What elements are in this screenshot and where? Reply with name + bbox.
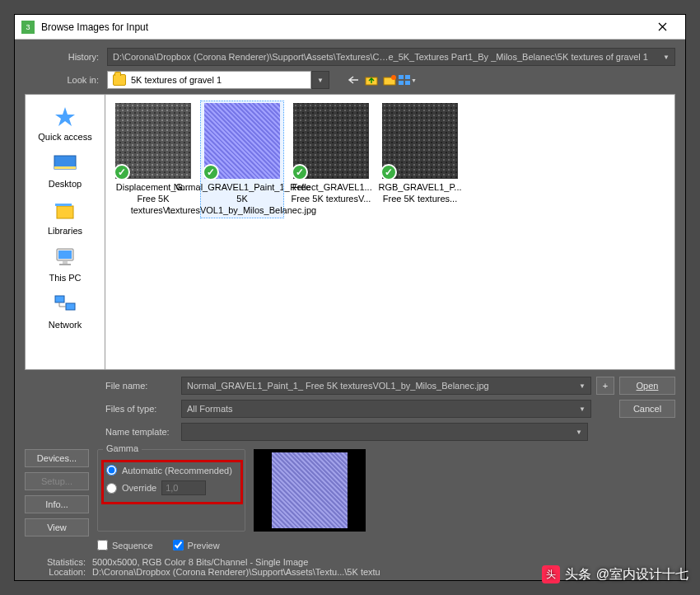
chevron-down-icon: ▼	[411, 77, 417, 83]
history-combo[interactable]: D:\Corona\Dropbox (Corona Renderer)\Supp…	[107, 48, 675, 66]
sidebar-label: This PC	[49, 273, 81, 283]
thumb-image: ✓	[382, 103, 458, 179]
svg-rect-10	[55, 204, 72, 206]
sidebar-item-quick-access[interactable]: Quick access	[28, 101, 102, 143]
watermark: 头 头条 @室内设计十七	[542, 565, 688, 583]
folder-up-icon	[365, 74, 378, 86]
svg-rect-12	[58, 251, 72, 259]
app-icon: 3	[21, 21, 35, 34]
filetype-combo[interactable]: All Formats▼	[181, 400, 591, 418]
location-label: Location:	[25, 567, 92, 577]
file-thumb-rgb[interactable]: ✓ RGB_GRAVEL1_P... Free 5K textures...	[379, 101, 461, 207]
nametpl-label: Name template:	[105, 427, 181, 437]
watermark-prefix: 头条	[565, 566, 591, 583]
svg-rect-5	[399, 81, 404, 85]
lookin-label: Look in:	[25, 75, 107, 85]
desktop-icon	[53, 154, 77, 172]
file-caption: RGB_GRAVEL1_P... Free 5K textures...	[378, 182, 461, 205]
network-icon	[53, 293, 77, 315]
thumb-image: ✓	[293, 103, 369, 179]
svg-rect-4	[405, 75, 410, 79]
svg-rect-16	[66, 303, 75, 310]
sidebar-label: Libraries	[48, 226, 82, 236]
places-sidebar: Quick access Desktop Libraries This PC N…	[25, 94, 105, 370]
lookin-dropdown-button[interactable]: ▼	[311, 71, 329, 89]
sidebar-item-this-pc[interactable]: This PC	[28, 242, 102, 284]
plus-button[interactable]: +	[596, 377, 614, 395]
setup-button[interactable]: Setup...	[25, 472, 89, 490]
close-button[interactable]	[646, 15, 679, 40]
history-label: History:	[25, 52, 107, 62]
watermark-user: @室内设计十七	[596, 566, 688, 583]
svg-rect-15	[55, 296, 64, 302]
check-badge-icon: ✓	[292, 164, 308, 180]
titlebar: 3 Browse Images for Input	[15, 15, 685, 40]
preview-pane	[254, 449, 366, 532]
filename-combo[interactable]: Normal_GRAVEL1_Paint_1_ Free 5K textures…	[181, 377, 591, 395]
filetype-label: Files of type:	[105, 404, 181, 414]
highlight-box	[101, 460, 243, 504]
gamma-legend: Gamma	[103, 443, 142, 453]
cancel-button[interactable]: Cancel	[619, 400, 675, 418]
folder-new-icon	[383, 74, 396, 86]
nav-back-button[interactable]	[344, 71, 362, 89]
nav-view-button[interactable]: ▼	[399, 71, 417, 89]
svg-rect-8	[54, 166, 76, 169]
thumb-image: ✓	[204, 103, 280, 179]
stats-value: 5000x5000, RGB Color 8 Bits/Channel - Si…	[92, 557, 308, 567]
sidebar-label: Desktop	[49, 179, 82, 189]
file-thumb-reflect[interactable]: ✓ Reflect_GRAVEL1... Free 5K texturesV..…	[290, 101, 372, 207]
file-caption: Reflect_GRAVEL1... Free 5K texturesV...	[290, 182, 371, 205]
chevron-down-icon: ▼	[579, 382, 586, 390]
svg-rect-6	[405, 81, 410, 85]
chevron-down-icon: ▼	[576, 429, 582, 436]
thumb-image: ✓	[115, 103, 191, 179]
sidebar-item-libraries[interactable]: Libraries	[28, 195, 102, 237]
filename-value: Normal_GRAVEL1_Paint_1_ Free 5K textures…	[187, 381, 489, 391]
check-badge-icon: ✓	[114, 164, 130, 180]
sidebar-item-desktop[interactable]: Desktop	[28, 148, 102, 190]
gamma-group: Gamma Automatic (Recommended) Override 1…	[97, 449, 245, 532]
open-button[interactable]: Open	[619, 377, 675, 395]
filename-label: File name:	[105, 381, 181, 391]
file-thumb-normal[interactable]: ✓ Normal_GRAVEL1_Paint_1_ Free 5K textur…	[201, 101, 283, 218]
window-title: Browse Images for Input	[41, 21, 646, 33]
svg-rect-14	[59, 264, 71, 265]
watermark-icon: 头	[542, 565, 560, 583]
view-grid-icon	[399, 75, 410, 85]
lookin-combo[interactable]: 5K textures of gravel 1	[107, 71, 311, 89]
svg-rect-3	[399, 75, 404, 79]
sidebar-label: Network	[49, 320, 82, 330]
stats-label: Statistics:	[25, 557, 92, 567]
check-badge-icon: ✓	[380, 164, 397, 180]
sequence-checkbox[interactable]: Sequence	[97, 540, 153, 550]
nav-newfolder-button[interactable]	[380, 71, 399, 89]
nav-up-button[interactable]	[362, 71, 380, 89]
quick-access-icon	[53, 105, 77, 127]
file-pane: ✓ Displacement_G... Free 5K texturesV...…	[105, 94, 675, 370]
view-button[interactable]: View	[25, 518, 89, 536]
nametpl-combo[interactable]: ▼	[181, 423, 588, 441]
folder-icon	[113, 74, 126, 86]
svg-rect-13	[63, 261, 68, 264]
chevron-down-icon: ▼	[579, 405, 586, 413]
dialog: 3 Browse Images for Input History: D:\Co…	[14, 14, 686, 581]
libraries-icon	[54, 199, 77, 221]
preview-image	[272, 452, 348, 528]
info-button[interactable]: Info...	[25, 495, 89, 513]
sidebar-item-network[interactable]: Network	[28, 289, 102, 331]
sidebar-label: Quick access	[38, 132, 91, 142]
filetype-value: All Formats	[187, 404, 233, 414]
chevron-down-icon: ▼	[663, 54, 670, 61]
close-icon	[658, 22, 667, 31]
location-value: D:\Corona\Dropbox (Corona Renderer)\Supp…	[92, 567, 380, 577]
svg-rect-9	[57, 206, 73, 218]
lookin-value: 5K textures of gravel 1	[131, 75, 222, 85]
check-badge-icon: ✓	[203, 164, 219, 180]
devices-button[interactable]: Devices...	[25, 449, 89, 467]
arrow-left-icon	[348, 76, 359, 84]
preview-checkbox[interactable]: Preview	[173, 540, 220, 550]
pc-icon	[53, 246, 77, 268]
svg-point-2	[391, 75, 396, 80]
history-value: D:\Corona\Dropbox (Corona Renderer)\Supp…	[113, 52, 648, 62]
